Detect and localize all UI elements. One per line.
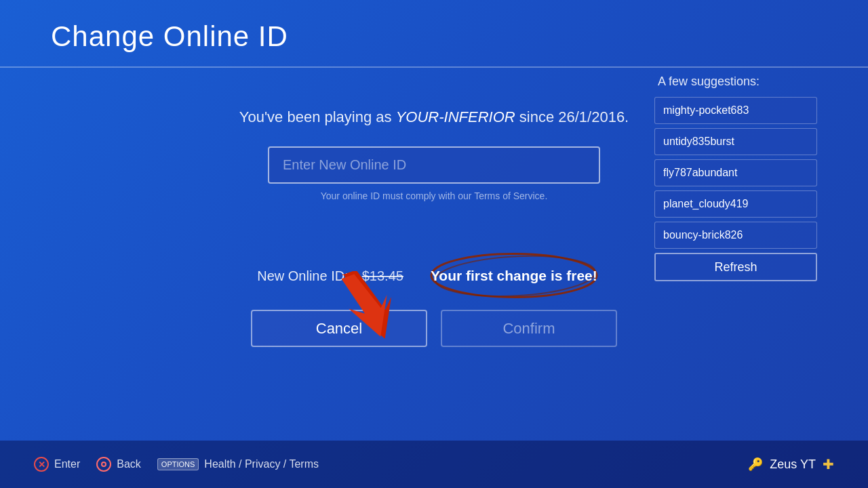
page-title: Change Online ID xyxy=(51,20,817,53)
refresh-button[interactable]: Refresh xyxy=(654,253,817,281)
cancel-button[interactable]: Cancel xyxy=(251,310,427,347)
options-nav-item: OPTIONS Health / Privacy / Terms xyxy=(157,458,319,470)
price-row: New Online ID: $13.45 Your first change … xyxy=(257,262,611,289)
terms-text: Your online ID must comply with our Term… xyxy=(321,190,548,201)
options-label: Health / Privacy / Terms xyxy=(204,458,319,470)
psplus-badge: ✚ xyxy=(823,456,834,472)
username-display: Zeus YT xyxy=(770,458,816,472)
suggestions-panel: A few suggestions: mighty-pocket683 unti… xyxy=(654,75,817,281)
free-change-text: Your first change is free! xyxy=(417,262,611,289)
suggestion-item-2[interactable]: untidy835burst xyxy=(654,128,817,155)
x-button-icon: ✕ xyxy=(34,457,49,472)
bottom-nav-right: 🔑 Zeus YT ✚ xyxy=(748,456,834,472)
price-label: New Online ID: xyxy=(257,268,349,284)
bottom-nav-bar: ✕ Enter Back OPTIONS Health / Privacy / … xyxy=(0,441,868,488)
subtitle-prefix: You've been playing as xyxy=(239,108,396,125)
back-label: Back xyxy=(117,458,141,470)
title-bar: Change Online ID xyxy=(0,0,868,68)
psplus-icon: 🔑 xyxy=(748,457,763,472)
options-button-label: OPTIONS xyxy=(157,458,199,470)
suggestion-item-5[interactable]: bouncy-brick826 xyxy=(654,222,817,249)
enter-label: Enter xyxy=(54,458,80,470)
username-text: YOUR-INFERIOR xyxy=(396,108,515,125)
subtitle-text: You've been playing as YOUR-INFERIOR sin… xyxy=(239,108,629,126)
bottom-nav-left: ✕ Enter Back OPTIONS Health / Privacy / … xyxy=(34,457,319,472)
enter-nav-item: ✕ Enter xyxy=(34,457,80,472)
back-nav-item: Back xyxy=(96,457,141,472)
circle-button-icon xyxy=(96,457,111,472)
buttons-row: Cancel Confirm xyxy=(251,310,617,347)
circle-inner xyxy=(101,462,106,467)
suggestion-item-4[interactable]: planet_cloudy419 xyxy=(654,190,817,218)
price-value: $13.45 xyxy=(362,268,403,284)
subtitle-suffix: since 26/1/2016. xyxy=(515,108,629,125)
confirm-button[interactable]: Confirm xyxy=(441,310,617,347)
suggestion-item-1[interactable]: mighty-pocket683 xyxy=(654,97,817,124)
suggestion-item-3[interactable]: fly787abundant xyxy=(654,159,817,186)
input-container: Your online ID must comply with our Term… xyxy=(264,146,604,201)
new-online-id-input[interactable] xyxy=(268,146,600,184)
free-change-badge: Your first change is free! xyxy=(417,262,611,289)
suggestions-title: A few suggestions: xyxy=(654,75,817,89)
